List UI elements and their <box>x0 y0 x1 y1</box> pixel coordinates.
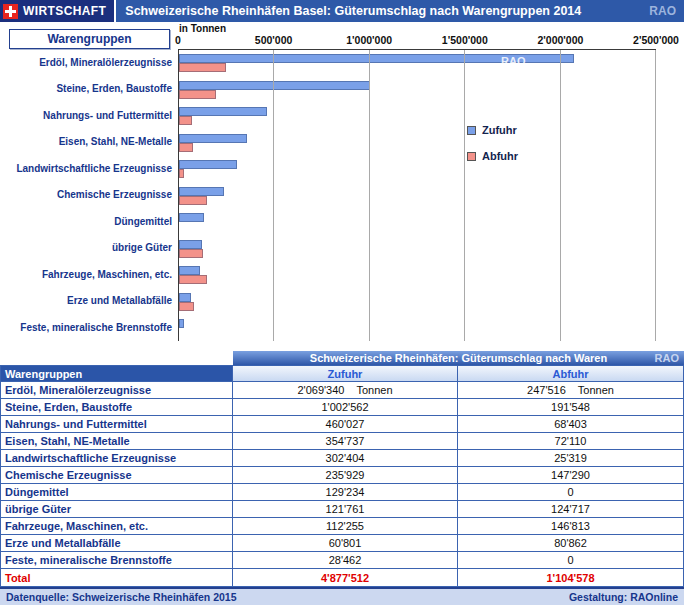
table-title-band: Schweizerische Rheinhäfen: Güterumschlag… <box>233 351 684 365</box>
swiss-flag-icon <box>3 4 18 19</box>
bar-row <box>179 262 656 289</box>
axis-tick-label: 0 <box>175 34 181 46</box>
bar-row <box>179 289 656 316</box>
table-header-row: WarengruppenZufuhrAbfuhr <box>1 366 683 382</box>
table-header-cell: Zufuhr <box>233 366 458 382</box>
row-value-cell: 1'002'562 <box>233 399 458 416</box>
table-row: Fahrzeuge, Maschinen, etc.112'255146'813 <box>1 518 683 535</box>
bar-zufuhr <box>179 107 267 116</box>
table-row: Landwirtschaftliche Erzeugnisse302'40425… <box>1 450 683 467</box>
bar-abfuhr <box>179 143 193 152</box>
bar-chart: in Tonnen Warengruppen 0500'0001'000'000… <box>0 22 684 349</box>
table-header-cell: Warengruppen <box>1 366 233 382</box>
row-value-cell: 2'069'340Tonnen <box>233 382 458 399</box>
bar-zufuhr <box>179 240 202 249</box>
bar-zufuhr <box>179 319 184 328</box>
plot-area: RAO ZufuhrAbfuhr <box>178 49 656 341</box>
row-value-cell: 247'516Tonnen <box>458 382 683 399</box>
bar-row <box>179 130 656 157</box>
row-name-cell: Eisen, Stahl, NE-Metalle <box>1 433 233 450</box>
legend-item-abfuhr: Abfuhr <box>467 150 518 162</box>
category-labels: Erdöl, MineralölerzeugnisseSteine, Erden… <box>0 49 172 341</box>
gridline <box>655 50 656 341</box>
bar-zufuhr <box>179 266 200 275</box>
row-value-cell: 354'737 <box>233 433 458 450</box>
row-value: 60'801 <box>329 537 362 549</box>
row-value-cell: 0 <box>458 552 683 569</box>
row-unit: Tonnen <box>578 384 614 396</box>
row-value: 2'069'340 <box>297 384 344 396</box>
table-row: Eisen, Stahl, NE-Metalle354'73772'110 <box>1 433 683 450</box>
row-name-cell: Düngemittel <box>1 484 233 501</box>
table-row: Nahrungs- und Futtermittel460'02768'403 <box>1 416 683 433</box>
category-label: Steine, Erden, Baustoffe <box>0 76 172 103</box>
bar-abfuhr <box>179 63 226 72</box>
category-label: übrige Güter <box>0 235 172 262</box>
row-name-cell: Erdöl, Mineralölerzeugnisse <box>1 382 233 399</box>
legend-swatch-icon <box>467 152 476 161</box>
data-table: WarengruppenZufuhrAbfuhrErdöl, Mineralöl… <box>0 365 684 587</box>
row-value: 28'462 <box>329 554 362 566</box>
category-label: Düngemittel <box>0 208 172 235</box>
bar-row <box>179 209 656 236</box>
gridline <box>464 50 465 341</box>
row-value: 129'234 <box>326 486 365 498</box>
row-value: 354'737 <box>326 435 365 447</box>
gridline <box>560 50 561 341</box>
row-name-cell: Fahrzeuge, Maschinen, etc. <box>1 518 233 535</box>
row-value-cell: 60'801 <box>233 535 458 552</box>
table-total-row: Total4'877'5121'104'578 <box>1 569 683 586</box>
bar-abfuhr <box>179 116 192 125</box>
row-value: 247'516 <box>527 384 566 396</box>
axis-unit-label: in Tonnen <box>179 23 226 34</box>
row-value: 68'403 <box>554 418 587 430</box>
gridline <box>273 50 274 341</box>
bar-abfuhr <box>179 302 194 311</box>
table-header-cell: Abfuhr <box>458 366 683 382</box>
category-label: Feste, mineralische Brennstoffe <box>0 314 172 341</box>
bar-abfuhr <box>179 249 203 258</box>
row-value-cell: 129'234 <box>233 484 458 501</box>
row-name-cell: Nahrungs- und Futtermittel <box>1 416 233 433</box>
bar-abfuhr <box>179 196 207 205</box>
row-value: 0 <box>567 486 573 498</box>
row-name-cell: Landwirtschaftliche Erzeugnisse <box>1 450 233 467</box>
row-value-cell: 0 <box>458 484 683 501</box>
axis-ticks: 0500'0001'000'0001'500'0002'000'0002'500… <box>178 34 656 47</box>
bar-row <box>179 103 656 130</box>
footer-credit: Gestaltung: RAOnline <box>569 591 678 603</box>
row-value-cell: 72'110 <box>458 433 683 450</box>
row-value: 1'104'578 <box>546 572 594 584</box>
row-value-cell: 68'403 <box>458 416 683 433</box>
row-value-cell: 302'404 <box>233 450 458 467</box>
row-value-cell: 112'255 <box>233 518 458 535</box>
row-value: 121'761 <box>326 503 365 515</box>
bar-row <box>179 183 656 210</box>
table-band-logo: RAO <box>655 351 679 365</box>
row-value-cell: 121'761 <box>233 501 458 518</box>
row-value: 460'027 <box>326 418 365 430</box>
axis-tick-label: 2'000'000 <box>537 34 583 46</box>
row-name-cell: übrige Güter <box>1 501 233 518</box>
legend-label: Abfuhr <box>482 150 518 162</box>
category-label: Chemische Erzeugnisse <box>0 182 172 209</box>
category-label: Erze und Metallabfälle <box>0 288 172 315</box>
table-row: übrige Güter121'761124'717 <box>1 501 683 518</box>
bar-zufuhr <box>179 160 237 169</box>
row-value-cell: 460'027 <box>233 416 458 433</box>
table-title: Schweizerische Rheinhäfen: Güterumschlag… <box>310 352 607 364</box>
row-value: 146'813 <box>551 520 590 532</box>
legend-label: Zufuhr <box>482 124 517 136</box>
category-label: Eisen, Stahl, NE-Metalle <box>0 129 172 156</box>
axis-tick-label: 500'000 <box>255 34 293 46</box>
category-label: Nahrungs- und Futtermittel <box>0 102 172 129</box>
page-title: Schweizerische Rheinhäfen Basel: Güterum… <box>125 4 581 18</box>
axis-tick-label: 1'500'000 <box>442 34 488 46</box>
brand-block: WIRTSCHAFT <box>0 0 116 22</box>
bar-row <box>179 315 656 342</box>
category-label: Erdöl, Mineralölerzeugnisse <box>0 49 172 76</box>
bar-zufuhr <box>179 213 204 222</box>
table-row: Erze und Metallabfälle60'80180'862 <box>1 535 683 552</box>
warengruppen-box: Warengruppen <box>9 29 170 49</box>
row-name-cell: Total <box>1 569 233 586</box>
